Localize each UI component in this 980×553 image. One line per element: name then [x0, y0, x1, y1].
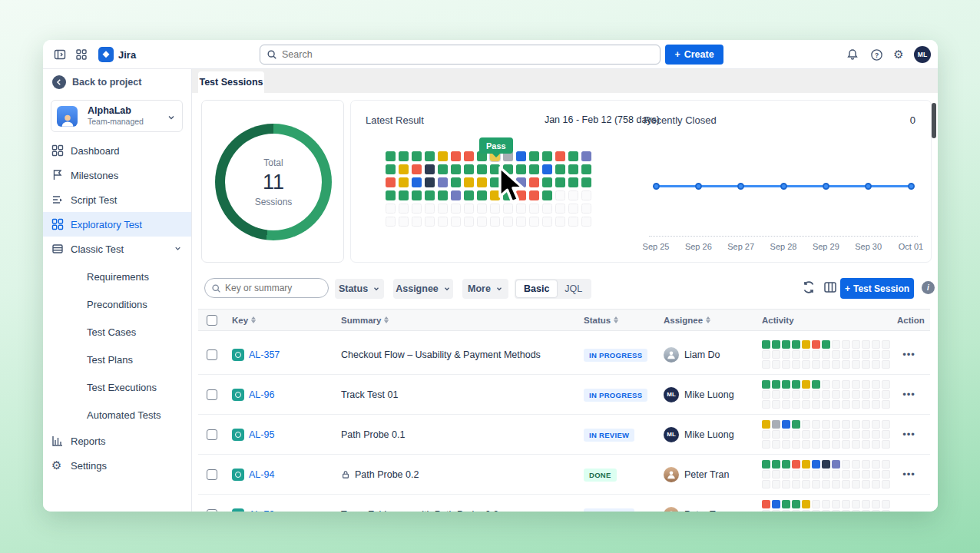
result-cell-r4-c3[interactable]	[412, 190, 422, 200]
row-checkbox[interactable]	[207, 349, 217, 360]
row-checkbox[interactable]	[207, 469, 217, 480]
refresh-button[interactable]	[802, 280, 817, 296]
result-cell-r2-c2[interactable]	[399, 164, 409, 174]
sidebar-item-classic-test[interactable]: Classic Test	[43, 237, 191, 261]
result-cell-r2-c8[interactable]	[477, 164, 487, 174]
result-cell-r1-c13[interactable]	[542, 151, 552, 161]
result-cell-r2-c5[interactable]	[438, 164, 448, 174]
vertical-scrollbar[interactable]	[932, 103, 936, 138]
result-cell-r3-c5[interactable]	[438, 177, 448, 187]
result-cell-r2-c9[interactable]	[490, 164, 500, 174]
result-cell-r2-c10[interactable]	[503, 164, 513, 174]
row-summary[interactable]: Path Probe 0.2	[355, 469, 419, 480]
sidebar-item-preconditions[interactable]: Preconditions	[43, 290, 191, 318]
sidebar-item-automated-tests[interactable]: Automated Tests	[43, 401, 191, 429]
result-cell-r3-c2[interactable]	[399, 177, 409, 187]
result-cell-r1-c6[interactable]	[451, 151, 461, 161]
column-header-assignee[interactable]: Assignee	[664, 314, 762, 326]
sidebar-item-script-test[interactable]: Script Test	[43, 187, 191, 212]
result-cell-r2-c16[interactable]	[581, 164, 591, 174]
result-cell-r1-c3[interactable]	[412, 151, 422, 161]
row-summary[interactable]: Track Test 01	[341, 389, 398, 400]
result-cell-r2-c6[interactable]	[451, 164, 461, 174]
result-cell-r4-c2[interactable]	[399, 190, 409, 200]
result-cell-r4-c12[interactable]	[529, 190, 539, 200]
row-checkbox[interactable]	[207, 429, 217, 440]
status-filter-dropdown[interactable]: Status	[335, 279, 384, 299]
result-cell-r2-c15[interactable]	[568, 164, 578, 174]
result-cell-r1-c1[interactable]	[386, 151, 396, 161]
result-cell-r3-c15[interactable]	[568, 177, 578, 187]
table-row-al-79[interactable]: AL-79Trace Evidences with Path Probe 0.2…	[198, 495, 930, 512]
row-summary[interactable]: Path Probe 0.1	[341, 429, 405, 440]
sidebar-item-test-cases[interactable]: Test Cases	[43, 318, 191, 346]
result-cell-r2-c13[interactable]	[542, 164, 552, 174]
row-summary[interactable]: Checkout Flow – Usability & Payment Meth…	[341, 349, 541, 360]
column-header-status[interactable]: Status	[584, 314, 664, 326]
row-key-link[interactable]: AL-357	[249, 349, 280, 360]
table-row-al-95[interactable]: AL-95Path Probe 0.1IN REVIEWMLMike Luong…	[198, 415, 930, 455]
sidebar-item-settings[interactable]: ⚙ Settings	[43, 453, 191, 478]
result-cell-r2-c7[interactable]	[464, 164, 474, 174]
tab-test-sessions[interactable]: Test Sessions	[198, 71, 264, 93]
chart-point-sep-30[interactable]	[865, 183, 872, 190]
result-cell-r2-c11[interactable]	[516, 164, 526, 174]
sidebar-item-reports[interactable]: Reports	[43, 429, 191, 453]
result-cell-r4-c8[interactable]	[477, 190, 487, 200]
result-cell-r1-c2[interactable]	[399, 151, 409, 161]
more-filter-dropdown[interactable]: More	[462, 279, 508, 299]
select-all-checkbox[interactable]	[207, 315, 217, 326]
result-cell-r3-c7[interactable]	[464, 177, 474, 187]
chart-point-sep-27[interactable]	[737, 183, 744, 190]
result-cell-r1-c15[interactable]	[568, 151, 578, 161]
result-cell-r4-c5[interactable]	[438, 190, 448, 200]
chart-point-oct-01[interactable]	[908, 183, 915, 190]
info-icon[interactable]: i	[922, 281, 935, 294]
assignee-filter-dropdown[interactable]: Assignee	[393, 279, 453, 299]
key-summary-search[interactable]	[204, 278, 329, 298]
result-cell-r3-c11[interactable]	[516, 177, 526, 187]
result-cell-r3-c14[interactable]	[555, 177, 565, 187]
columns-button[interactable]	[823, 280, 839, 296]
row-checkbox[interactable]	[207, 389, 217, 400]
sidebar-item-exploratory-test[interactable]: Exploratory Test	[43, 212, 191, 237]
global-search[interactable]	[260, 45, 661, 65]
sidebar-item-test-plans[interactable]: Test Plans	[43, 346, 191, 373]
sidebar-item-milestones[interactable]: Milestones	[43, 163, 191, 187]
result-cell-r4-c1[interactable]	[386, 190, 396, 200]
jql-toggle[interactable]: JQL	[557, 280, 590, 297]
result-cell-r4-c13[interactable]	[542, 190, 552, 200]
row-actions-button[interactable]: •••	[897, 469, 930, 480]
result-cell-r3-c10[interactable]	[503, 177, 513, 187]
row-key-link[interactable]: AL-94	[249, 469, 274, 480]
result-cell-r3-c13[interactable]	[542, 177, 552, 187]
filter-search-input[interactable]	[225, 279, 325, 297]
user-avatar[interactable]: ML	[914, 46, 931, 63]
table-row-al-357[interactable]: AL-357Checkout Flow – Usability & Paymen…	[198, 335, 930, 375]
result-cell-r2-c14[interactable]	[555, 164, 565, 174]
chart-point-sep-28[interactable]	[780, 183, 787, 190]
chart-point-sep-25[interactable]	[653, 183, 660, 190]
settings-gear-button[interactable]: ⚙	[892, 48, 906, 61]
row-key-link[interactable]: AL-95	[249, 429, 274, 440]
sidebar-item-requirements[interactable]: Requirements	[43, 263, 191, 290]
result-cell-r1-c7[interactable]	[464, 151, 474, 161]
result-cell-r3-c9[interactable]	[490, 177, 500, 187]
result-cell-r4-c4[interactable]	[425, 190, 435, 200]
result-cell-r1-c12[interactable]	[529, 151, 539, 161]
row-actions-button[interactable]: •••	[897, 508, 930, 512]
result-cell-r3-c6[interactable]	[451, 177, 461, 187]
app-switcher-icon[interactable]	[75, 48, 88, 61]
chart-point-sep-26[interactable]	[695, 183, 702, 190]
result-cell-r1-c4[interactable]	[425, 151, 435, 161]
chart-point-sep-29[interactable]	[823, 183, 829, 190]
row-key-link[interactable]: AL-96	[249, 389, 274, 400]
back-to-project-button[interactable]: Back to project	[52, 75, 141, 89]
sidebar-collapse-icon[interactable]	[54, 48, 66, 61]
jira-logo[interactable]	[98, 47, 114, 62]
search-input[interactable]	[282, 45, 651, 64]
result-cell-r3-c8[interactable]	[477, 177, 487, 187]
table-row-al-96[interactable]: AL-96Track Test 01IN PROGRESSMLMike Luon…	[198, 375, 930, 415]
result-cell-r4-c9[interactable]	[490, 190, 500, 200]
row-actions-button[interactable]: •••	[897, 389, 930, 400]
